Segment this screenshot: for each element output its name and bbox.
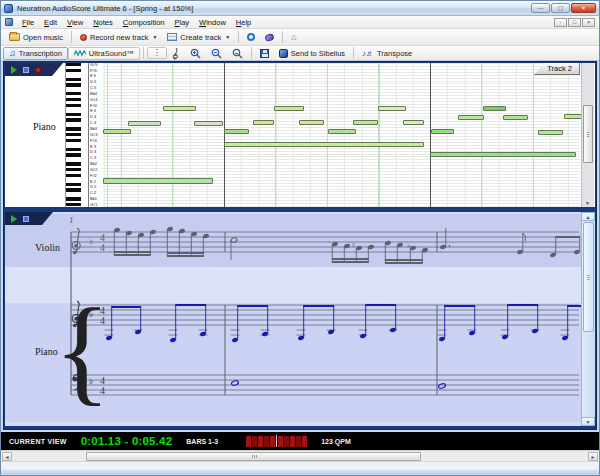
score-scrollbar[interactable] xyxy=(581,212,595,426)
clef-button[interactable] xyxy=(167,46,185,61)
menu-item-composition[interactable]: Composition xyxy=(118,17,170,28)
record-dropdown-arrow[interactable]: ▼ xyxy=(152,34,157,40)
piano-key-black[interactable] xyxy=(66,104,81,107)
piano-key-black[interactable] xyxy=(66,118,81,121)
create-track-button[interactable]: Create track ▼ xyxy=(162,32,235,43)
note-label: E 5 xyxy=(90,74,96,78)
piano-roll-note[interactable] xyxy=(328,129,356,134)
minimize-button[interactable]: — xyxy=(531,3,550,13)
horizontal-scroll-thumb[interactable] xyxy=(86,452,421,461)
piano-roll-note[interactable] xyxy=(503,115,528,120)
piano-key-black[interactable] xyxy=(66,83,81,86)
piano-roll-note[interactable] xyxy=(274,106,304,111)
piano-key-black[interactable] xyxy=(66,139,81,142)
piano-key-black[interactable] xyxy=(66,203,81,206)
transpose-button[interactable]: ♪♬ Transpose xyxy=(357,48,417,59)
piano-roll-note[interactable] xyxy=(378,106,406,111)
score-notation[interactable]: ♭44♮♭♭44♭44{ xyxy=(5,212,585,426)
record-new-track-button[interactable]: Record new track ▼ xyxy=(75,32,162,43)
meter-block xyxy=(296,436,301,447)
piano-roll-note[interactable] xyxy=(430,152,576,157)
menu-item-help[interactable]: Help xyxy=(231,17,256,28)
maximize-button[interactable]: ▢ xyxy=(551,3,570,13)
score-scroll-down[interactable]: ▼ xyxy=(581,417,595,426)
piano-key-black[interactable] xyxy=(66,98,81,101)
piano-roll-note[interactable] xyxy=(353,120,378,125)
scroll-right-arrow[interactable]: ► xyxy=(588,452,598,461)
piano-roll-note[interactable] xyxy=(403,120,424,125)
toolbar-separator xyxy=(238,31,239,43)
piano-roll-note[interactable] xyxy=(253,120,274,125)
piano-roll-note[interactable] xyxy=(431,129,454,134)
piano-roll-grid[interactable] xyxy=(103,63,580,207)
piano-roll-note[interactable] xyxy=(103,129,131,134)
horizontal-scrollbar[interactable]: ◄ ► xyxy=(1,450,599,461)
menu-item-edit[interactable]: Edit xyxy=(39,17,62,28)
piano-roll-note[interactable] xyxy=(103,178,213,184)
piano-key-black[interactable] xyxy=(66,188,81,191)
piano-keyboard[interactable] xyxy=(65,63,89,207)
menu-item-file[interactable]: File xyxy=(17,17,39,28)
menu-item-window[interactable]: Window xyxy=(194,17,231,28)
piano-key-black[interactable] xyxy=(66,113,81,116)
open-music-button[interactable]: Open music xyxy=(4,32,68,43)
status-strip xyxy=(1,461,599,470)
window-frame-bottom xyxy=(1,470,599,476)
stop-button[interactable] xyxy=(23,67,29,73)
piano-roll-note[interactable] xyxy=(163,106,196,111)
piano-roll-scrollbar[interactable] xyxy=(581,63,594,207)
transcription-note-icon: ♫ xyxy=(9,49,16,58)
piano-key-black[interactable] xyxy=(66,153,81,156)
piano-roll-note[interactable] xyxy=(224,142,424,147)
beat-options-button[interactable]: ⋮ xyxy=(147,47,167,59)
piano-roll-note[interactable] xyxy=(483,106,506,111)
score-scroll-up[interactable]: ▲ xyxy=(581,212,595,221)
transcription-button[interactable]: ♫ Transcription xyxy=(3,47,68,60)
options-button[interactable] xyxy=(242,32,260,42)
piano-key-black[interactable] xyxy=(66,127,81,130)
send-to-sibelius-button[interactable]: Send to Sibelius xyxy=(274,48,350,59)
child-restore-button[interactable]: □ xyxy=(568,18,581,27)
record-button[interactable] xyxy=(35,67,41,73)
piano-key-black[interactable] xyxy=(66,92,81,95)
piano-key-black[interactable] xyxy=(66,69,81,72)
child-close-button[interactable]: × xyxy=(582,18,595,27)
note-label: D 4 xyxy=(90,115,96,119)
piano-key-black[interactable] xyxy=(66,183,81,186)
piano-roll-note[interactable] xyxy=(299,120,324,125)
piano-roll-note[interactable] xyxy=(458,115,484,120)
zoom-out-button[interactable] xyxy=(227,47,248,60)
scroll-left-arrow[interactable]: ◄ xyxy=(2,452,12,461)
piano-key-black[interactable] xyxy=(66,168,81,171)
create-dropdown-arrow[interactable]: ▼ xyxy=(225,34,230,40)
child-minimize-button[interactable]: - xyxy=(554,18,567,27)
piano-key-black[interactable] xyxy=(66,63,81,66)
home-button[interactable]: ⌂ xyxy=(286,32,301,43)
piano-roll-scroll-thumb[interactable] xyxy=(583,105,593,163)
piano-roll-note[interactable] xyxy=(224,129,249,134)
help-button[interactable] xyxy=(260,33,279,42)
piano-key-black[interactable] xyxy=(66,174,81,177)
menu-item-notes[interactable]: Notes xyxy=(88,17,118,28)
zoom-reset-button[interactable] xyxy=(206,47,227,60)
piano-roll-note[interactable] xyxy=(128,121,161,126)
score-scroll-thumb[interactable] xyxy=(583,222,594,332)
menu-item-view[interactable]: View xyxy=(62,17,88,28)
piano-key-black[interactable] xyxy=(66,148,81,151)
document-icon xyxy=(5,18,13,26)
piano-key-black[interactable] xyxy=(66,197,81,200)
save-button[interactable] xyxy=(255,48,274,59)
scroll-down-arrow[interactable]: ▼ xyxy=(581,199,594,207)
piano-roll-note[interactable] xyxy=(194,121,223,126)
piano-key-black[interactable] xyxy=(66,162,81,165)
piano-key-black[interactable] xyxy=(66,78,81,81)
zoom-in-button[interactable] xyxy=(185,47,206,60)
piano-key-black[interactable] xyxy=(66,133,81,136)
play-button[interactable] xyxy=(11,66,17,74)
menu-item-play[interactable]: Play xyxy=(170,17,195,28)
piano-roll-note[interactable] xyxy=(538,130,563,135)
title-bar: Neuratron AudioScore Ultimate 6 - [Sprin… xyxy=(1,1,599,16)
accidental: ♭ xyxy=(407,241,411,250)
ultrasound-button[interactable]: UltraSound™ xyxy=(68,47,140,60)
close-button[interactable]: × xyxy=(571,3,596,13)
